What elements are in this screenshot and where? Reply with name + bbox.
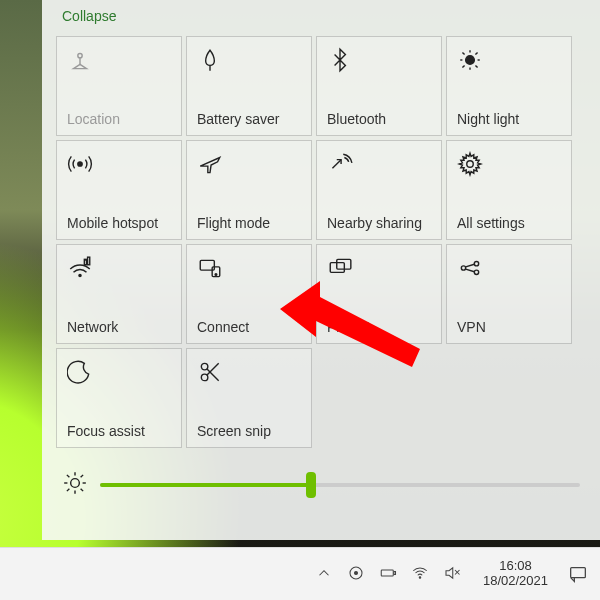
svg-point-21: [461, 266, 465, 270]
project-icon: [327, 255, 431, 283]
taskbar-clock[interactable]: 16:08 18/02/2021: [475, 548, 556, 600]
tile-vpn[interactable]: VPN: [446, 244, 572, 344]
tile-all-settings[interactable]: All settings: [446, 140, 572, 240]
svg-point-30: [71, 479, 80, 488]
svg-point-12: [467, 161, 474, 168]
tile-label: Night light: [457, 111, 561, 127]
svg-rect-42: [381, 570, 393, 576]
screen-snip-icon: [197, 359, 301, 387]
connect-icon: [197, 255, 301, 283]
svg-line-38: [81, 475, 83, 477]
tile-mobile-hotspot[interactable]: Mobile hotspot: [56, 140, 182, 240]
svg-point-18: [215, 274, 217, 276]
brightness-icon: [62, 470, 88, 499]
tile-label: Project: [327, 319, 431, 335]
night-light-icon: [457, 47, 561, 75]
tile-label: Battery saver: [197, 111, 301, 127]
svg-point-44: [419, 576, 421, 578]
tile-label: Bluetooth: [327, 111, 431, 127]
action-center-panel: Collapse LocationBattery saverBluetoothN…: [42, 0, 600, 540]
collapse-link[interactable]: Collapse: [56, 6, 586, 32]
brightness-slider[interactable]: [100, 483, 580, 487]
tile-label: Screen snip: [197, 423, 301, 439]
tile-label: Connect: [197, 319, 301, 335]
svg-point-2: [466, 56, 475, 65]
tile-bluetooth[interactable]: Bluetooth: [316, 36, 442, 136]
tile-connect[interactable]: Connect: [186, 244, 312, 344]
svg-line-36: [81, 489, 83, 491]
network-icon: [67, 255, 171, 283]
wifi-tray-icon[interactable]: [411, 564, 429, 585]
svg-rect-15: [88, 257, 90, 265]
battery-saver-icon: [197, 47, 301, 75]
nearby-sharing-icon: [327, 151, 431, 179]
svg-rect-48: [571, 568, 586, 578]
tile-network[interactable]: Network: [56, 244, 182, 344]
all-settings-icon: [457, 151, 561, 179]
location-tray-icon[interactable]: [347, 564, 365, 585]
tile-label: Flight mode: [197, 215, 301, 231]
svg-point-23: [474, 270, 478, 274]
tile-night-light[interactable]: Night light: [446, 36, 572, 136]
clock-date: 18/02/2021: [483, 574, 548, 589]
flight-mode-icon: [197, 151, 301, 179]
taskbar: 16:08 18/02/2021: [0, 547, 600, 600]
tile-nearby-sharing[interactable]: Nearby sharing: [316, 140, 442, 240]
svg-point-13: [79, 275, 81, 277]
brightness-slider-row: [56, 470, 586, 499]
tile-label: All settings: [457, 215, 561, 231]
svg-line-25: [466, 269, 475, 272]
tile-label: Network: [67, 319, 171, 335]
tile-label: Mobile hotspot: [67, 215, 171, 231]
svg-line-29: [207, 363, 219, 375]
focus-assist-icon: [67, 359, 171, 387]
vpn-icon: [457, 255, 561, 283]
svg-point-11: [78, 162, 82, 166]
mobile-hotspot-icon: [67, 151, 171, 179]
svg-line-10: [475, 52, 477, 54]
tile-label: Nearby sharing: [327, 215, 431, 231]
svg-line-8: [475, 65, 477, 67]
svg-line-9: [462, 65, 464, 67]
svg-rect-14: [84, 259, 86, 264]
clock-time: 16:08: [499, 559, 532, 574]
tile-location[interactable]: Location: [56, 36, 182, 136]
svg-line-37: [67, 489, 69, 491]
tile-project[interactable]: Project: [316, 244, 442, 344]
tray-overflow-chevron-icon[interactable]: [315, 564, 333, 585]
battery-tray-icon[interactable]: [379, 564, 397, 585]
tile-battery-saver[interactable]: Battery saver: [186, 36, 312, 136]
svg-point-22: [474, 262, 478, 266]
tile-label: Focus assist: [67, 423, 171, 439]
location-icon: [67, 47, 171, 75]
tile-focus-assist[interactable]: Focus assist: [56, 348, 182, 448]
quick-action-tiles: LocationBattery saverBluetoothNight ligh…: [56, 36, 586, 448]
system-tray: [301, 548, 475, 600]
brightness-fill: [100, 483, 311, 487]
action-center-button[interactable]: [556, 548, 600, 600]
tile-flight-mode[interactable]: Flight mode: [186, 140, 312, 240]
volume-muted-tray-icon[interactable]: [443, 564, 461, 585]
svg-line-7: [462, 52, 464, 54]
svg-line-28: [207, 369, 219, 381]
svg-rect-43: [394, 571, 396, 574]
brightness-thumb[interactable]: [306, 472, 316, 498]
svg-line-24: [466, 264, 475, 267]
svg-marker-45: [446, 567, 453, 578]
svg-line-35: [67, 475, 69, 477]
tile-label: Location: [67, 111, 171, 127]
svg-point-0: [78, 54, 82, 58]
tile-screen-snip[interactable]: Screen snip: [186, 348, 312, 448]
svg-point-41: [354, 571, 357, 574]
bluetooth-icon: [327, 47, 431, 75]
tile-label: VPN: [457, 319, 561, 335]
